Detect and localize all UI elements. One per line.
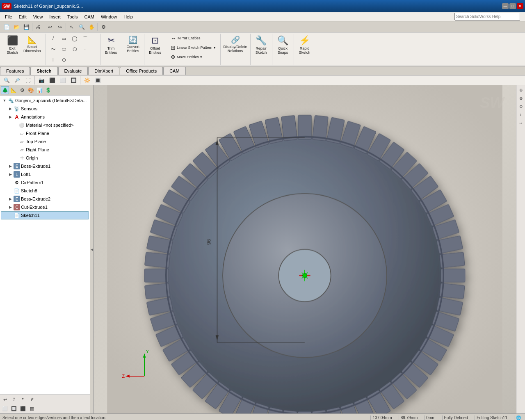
tab-sketch[interactable]: Sketch bbox=[30, 67, 57, 75]
tab-evaluate[interactable]: Evaluate bbox=[58, 67, 88, 75]
standard-views-btn[interactable]: 📷 bbox=[37, 75, 46, 85]
tab-office[interactable]: Office Products bbox=[120, 67, 163, 75]
right-icon-4[interactable]: ↕ bbox=[517, 111, 525, 118]
tree-origin[interactable]: ▶ ✛ Origin bbox=[1, 154, 89, 162]
tree-cut-extrude1[interactable]: ▶ C Cut-Extrude1 bbox=[1, 203, 89, 211]
smart-dimension-button[interactable]: 📐 SmartDimension bbox=[21, 34, 43, 55]
window-controls[interactable]: — □ ✕ bbox=[502, 3, 523, 9]
construction-btn[interactable]: ⊙ bbox=[59, 55, 69, 65]
shadows-btn[interactable]: 🔆 bbox=[82, 75, 92, 85]
repair-sketch-button[interactable]: 🔧 RepairSketch bbox=[253, 34, 269, 57]
left-tool-7[interactable]: ⬛ bbox=[19, 404, 27, 413]
zoom-fit-btn[interactable]: ⛶ bbox=[23, 75, 33, 85]
ce1-expander[interactable]: ▶ bbox=[8, 205, 13, 210]
right-icon-1[interactable]: ⊕ bbox=[517, 86, 525, 94]
left-tool-6[interactable]: 🔲 bbox=[10, 404, 18, 413]
sensors-expander[interactable]: ▶ bbox=[8, 106, 13, 111]
costing-icon[interactable]: 💲 bbox=[44, 86, 52, 94]
circle-btn[interactable]: ◯ bbox=[70, 34, 80, 43]
tab-cam[interactable]: CAM bbox=[163, 67, 185, 75]
search-input[interactable] bbox=[454, 13, 520, 21]
select-btn[interactable]: ↖ bbox=[67, 22, 77, 32]
left-tool-2[interactable]: ⤴ bbox=[10, 395, 18, 404]
options-btn[interactable]: ⚙ bbox=[98, 22, 108, 32]
tree-material[interactable]: ▶ ⚪ Material <not specified> bbox=[1, 121, 89, 129]
right-icon-2[interactable]: ⊖ bbox=[517, 94, 525, 102]
menu-file[interactable]: File bbox=[2, 14, 16, 20]
be1-expander[interactable]: ▶ bbox=[8, 164, 13, 169]
convert-entities-button[interactable]: 🔄 ConvertEntities bbox=[125, 34, 142, 55]
tree-sketch8[interactable]: ▶ 📄 Sketch8 bbox=[1, 187, 89, 195]
maximize-button[interactable]: □ bbox=[509, 3, 516, 9]
display-delete-relations-button[interactable]: 🔗 Display/DeleteRelations bbox=[223, 34, 248, 55]
save-btn[interactable]: 💾 bbox=[21, 22, 31, 32]
left-tool-5[interactable]: ⬜ bbox=[1, 404, 9, 413]
undo-btn[interactable]: ↩ bbox=[45, 22, 55, 32]
redo-btn[interactable]: ↪ bbox=[55, 22, 65, 32]
exit-sketch-button[interactable]: ⬛ ExitSketch bbox=[4, 34, 21, 57]
root-expander[interactable]: ▼ bbox=[2, 98, 7, 103]
trim-entities-button[interactable]: ✂ TrimEntities bbox=[103, 34, 119, 57]
line-tool-btn[interactable]: / bbox=[48, 34, 58, 43]
zoom-out-btn[interactable]: 🔎 bbox=[12, 75, 22, 85]
menu-help[interactable]: Help bbox=[120, 14, 136, 20]
mirror-entities-button[interactable]: ↔ Mirror Entities bbox=[169, 34, 218, 43]
zoom-btn[interactable]: 🔍 bbox=[77, 22, 87, 32]
rectangle-btn[interactable]: ▭ bbox=[59, 34, 69, 43]
menu-window[interactable]: Window bbox=[98, 14, 120, 20]
zoom-in-btn[interactable]: 🔍 bbox=[2, 75, 11, 85]
close-button[interactable]: ✕ bbox=[517, 3, 523, 9]
panel-collapse-handle[interactable]: ◀ bbox=[90, 85, 94, 413]
right-icon-5[interactable]: ↔ bbox=[517, 119, 525, 126]
tree-sketch11[interactable]: ▶ 📄 Sketch11 bbox=[1, 211, 89, 219]
menu-edit[interactable]: Edit bbox=[16, 14, 30, 20]
left-tool-3[interactable]: ↰ bbox=[19, 395, 27, 404]
polygon-btn[interactable]: ⬡ bbox=[70, 44, 80, 54]
move-dropdown[interactable]: ▾ bbox=[200, 55, 202, 59]
perspective-btn[interactable]: 🔳 bbox=[93, 75, 103, 85]
move-entities-button[interactable]: ✥ Move Entities ▾ bbox=[169, 52, 218, 62]
print-btn[interactable]: 🖨 bbox=[33, 22, 43, 32]
tree-top-plane[interactable]: ▶ ▱ Top Plane bbox=[1, 137, 89, 146]
tree-right-plane[interactable]: ▶ ▱ Right Plane bbox=[1, 146, 89, 154]
section-view-btn[interactable]: ⬜ bbox=[58, 75, 68, 85]
rapid-sketch-button[interactable]: ⚡ RapidSketch bbox=[297, 34, 313, 57]
left-tool-8[interactable]: ▦ bbox=[28, 404, 36, 413]
tree-sensors[interactable]: ▶ 📡 Sensors bbox=[1, 105, 89, 113]
view-orient-btn[interactable]: ⬛ bbox=[47, 75, 57, 85]
menu-cam[interactable]: CAM bbox=[81, 14, 98, 20]
be2-expander[interactable]: ▶ bbox=[8, 196, 13, 201]
config-icon[interactable]: ⚙ bbox=[18, 86, 26, 94]
menu-view[interactable]: View bbox=[30, 14, 46, 20]
dim-expert-panel-icon[interactable]: 📊 bbox=[35, 86, 43, 94]
right-icon-3[interactable]: ⊙ bbox=[517, 103, 525, 110]
left-tool-1[interactable]: ↩ bbox=[1, 395, 9, 404]
display-style-btn[interactable]: 🔲 bbox=[68, 75, 78, 85]
linear-sketch-button[interactable]: ⊞ Linear Sketch Pattern ▾ bbox=[169, 43, 218, 52]
menu-insert[interactable]: Insert bbox=[46, 14, 64, 20]
annotations-expander[interactable]: ▶ bbox=[8, 114, 13, 119]
tree-boss-extrude2[interactable]: ▶ E Boss-Extrude2 bbox=[1, 195, 89, 203]
open-btn[interactable]: 📂 bbox=[11, 22, 21, 32]
tree-root[interactable]: ▼ 🔩 Gonjeni_zupcanik (Default<<Defa... bbox=[1, 96, 89, 105]
quick-snaps-button[interactable]: 🔍 QuickSnaps bbox=[275, 34, 291, 57]
feature-tree-icon[interactable]: 🌲 bbox=[1, 86, 9, 94]
pan-btn[interactable]: ✋ bbox=[87, 22, 96, 32]
tree-cir-pattern1[interactable]: ▶ ⚙ CirPattern1 bbox=[1, 178, 89, 187]
minimize-button[interactable]: — bbox=[502, 3, 509, 9]
menu-tools[interactable]: Tools bbox=[64, 14, 81, 20]
tab-features[interactable]: Features bbox=[0, 67, 30, 75]
offset-entities-button[interactable]: ⊡ OffsetEntities bbox=[147, 34, 163, 57]
tree-boss-extrude1[interactable]: ▶ E Boss-Extrude1 bbox=[1, 162, 89, 170]
spline-btn[interactable]: 〜 bbox=[48, 44, 58, 54]
tree-front-plane[interactable]: ▶ ▱ Front Plane bbox=[1, 129, 89, 137]
tree-loft1[interactable]: ▶ L Loft1 bbox=[1, 170, 89, 178]
loft-expander[interactable]: ▶ bbox=[8, 172, 13, 177]
point-btn[interactable]: · bbox=[80, 44, 90, 54]
text-btn[interactable]: T bbox=[48, 55, 58, 65]
ellipse-btn[interactable]: ⬭ bbox=[59, 44, 69, 54]
left-tool-4[interactable]: ↱ bbox=[28, 395, 36, 404]
linear-sketch-dropdown[interactable]: ▾ bbox=[214, 46, 216, 50]
arc-btn[interactable]: ⌒ bbox=[80, 34, 90, 43]
canvas-area[interactable]: 96 Z Y SW bbox=[94, 85, 516, 413]
